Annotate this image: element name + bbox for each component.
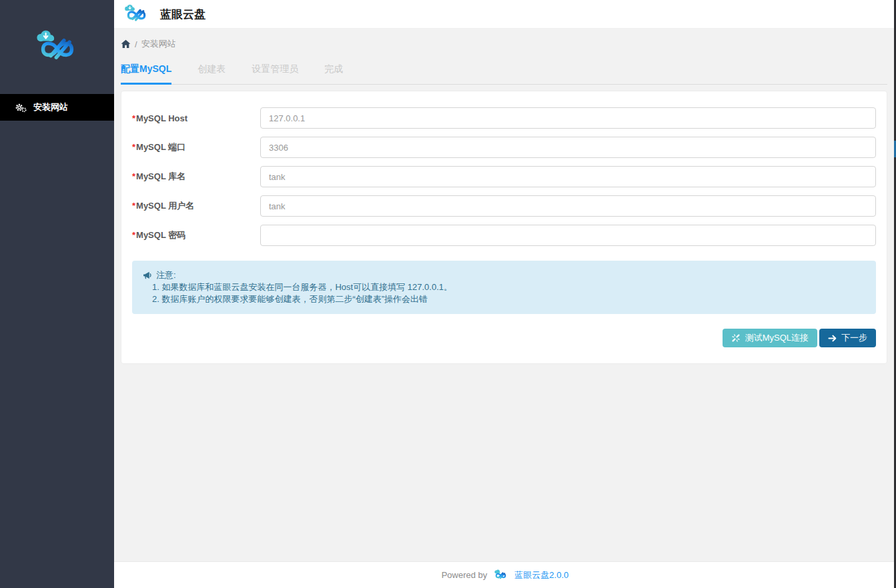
- content-area: / 安装网站 配置MySQL 创建表 设置管理员 完成 *MySQL Host …: [114, 29, 896, 561]
- mysql-host-label: *MySQL Host: [132, 113, 260, 123]
- page-footer: Powered by 蓝眼云盘2.0.0: [114, 561, 896, 588]
- form-row-password: *MySQL 密码: [132, 225, 876, 246]
- note-title: 注意:: [156, 269, 176, 281]
- sidebar-logo: [0, 0, 114, 94]
- main-column: 蓝眼云盘 / 安装网站 配置MySQL 创建表 设置管理员 完成 *MySQL …: [114, 0, 896, 588]
- actions-row: 测试MySQL连接 下一步: [132, 329, 876, 357]
- note-item-1: 1. 如果数据库和蓝眼云盘安装在同一台服务器，Host可以直接填写 127.0.…: [143, 281, 865, 293]
- breadcrumb-separator: /: [135, 39, 137, 49]
- mysql-username-input[interactable]: [260, 195, 876, 217]
- wizard-tabs: 配置MySQL 创建表 设置管理员 完成: [121, 63, 887, 85]
- tab-finish[interactable]: 完成: [324, 63, 343, 85]
- form-row-host: *MySQL Host: [132, 107, 876, 129]
- note-title-row: 注意:: [143, 269, 865, 281]
- breadcrumb-current: 安装网站: [141, 38, 176, 50]
- mysql-password-label: *MySQL 密码: [132, 229, 260, 241]
- header-logo-icon: [120, 4, 153, 24]
- form-row-username: *MySQL 用户名: [132, 195, 876, 217]
- mysql-host-input[interactable]: [260, 107, 876, 129]
- mysql-database-label: *MySQL 库名: [132, 171, 260, 183]
- form-row-port: *MySQL 端口: [132, 137, 876, 158]
- sidebar-item-install-site[interactable]: 安装网站: [0, 94, 114, 121]
- required-marker: *: [132, 113, 135, 123]
- sidebar-item-label: 安装网站: [33, 101, 68, 113]
- sidebar: 安装网站: [0, 0, 114, 588]
- tab-configure-mysql[interactable]: 配置MySQL: [121, 63, 171, 85]
- footer-logo-icon: [492, 569, 510, 581]
- mysql-database-input[interactable]: [260, 166, 876, 187]
- app-logo-icon: [29, 29, 86, 65]
- tab-set-admin[interactable]: 设置管理员: [252, 63, 298, 85]
- mysql-username-label: *MySQL 用户名: [132, 200, 260, 212]
- form-row-database: *MySQL 库名: [132, 166, 876, 187]
- arrow-right-icon: [828, 335, 837, 342]
- sidebar-nav: 安装网站: [0, 94, 114, 121]
- test-mysql-connection-button[interactable]: 测试MySQL连接: [723, 329, 817, 347]
- page-title: 蓝眼云盘: [160, 7, 205, 22]
- note-item-2: 2. 数据库账户的权限要求要能够创建表，否则第二步“创建表”操作会出错: [143, 293, 865, 305]
- unlink-icon: [731, 333, 741, 343]
- next-button-label: 下一步: [841, 332, 867, 344]
- mysql-password-input[interactable]: [260, 225, 876, 246]
- required-marker: *: [132, 230, 135, 240]
- note-box: 注意: 1. 如果数据库和蓝眼云盘安装在同一台服务器，Host可以直接填写 12…: [132, 261, 876, 314]
- next-step-button[interactable]: 下一步: [819, 329, 876, 347]
- test-button-label: 测试MySQL连接: [745, 332, 809, 344]
- gears-icon: [15, 103, 27, 113]
- bullhorn-icon: [143, 271, 152, 279]
- top-header: 蓝眼云盘: [114, 0, 896, 29]
- required-marker: *: [132, 142, 135, 152]
- required-marker: *: [132, 201, 135, 211]
- mysql-config-card: *MySQL Host *MySQL 端口 *MySQL 库名 *MySQL 用…: [121, 91, 887, 364]
- version-link[interactable]: 蓝眼云盘2.0.0: [514, 569, 568, 581]
- mysql-port-input[interactable]: [260, 137, 876, 158]
- required-marker: *: [132, 171, 135, 181]
- tab-create-tables[interactable]: 创建表: [197, 63, 226, 85]
- home-icon[interactable]: [121, 39, 131, 49]
- mysql-port-label: *MySQL 端口: [132, 141, 260, 153]
- powered-by-label: Powered by: [442, 570, 488, 580]
- breadcrumb: / 安装网站: [121, 38, 887, 50]
